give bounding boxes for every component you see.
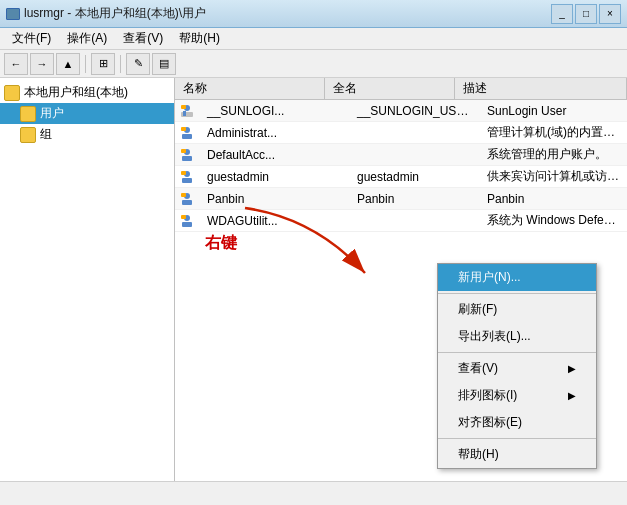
ctx-item-help[interactable]: 帮助(H) [438, 441, 596, 468]
row-5-name: WDAGUtilit... [199, 214, 349, 228]
tree-item-groups[interactable]: 组 [0, 124, 174, 145]
ctx-item-view[interactable]: 查看(V) ▶ [438, 355, 596, 382]
properties-button[interactable]: ✎ [126, 53, 150, 75]
show-hide-button[interactable]: ⊞ [91, 53, 115, 75]
right-click-hint: 右键 [205, 233, 237, 254]
svg-rect-1 [183, 111, 186, 116]
menu-bar: 文件(F) 操作(A) 查看(V) 帮助(H) [0, 28, 627, 50]
list-item[interactable]: Administrat... 管理计算机(域)的内置帐户 [175, 122, 627, 144]
toolbar: ← → ▲ ⊞ ✎ ▤ [0, 50, 627, 78]
app-icon [6, 8, 20, 20]
svg-rect-18 [181, 215, 186, 219]
title-bar: lusrmgr - 本地用户和组(本地)\用户 _ □ × [0, 0, 627, 28]
up-button[interactable]: ▲ [56, 53, 80, 75]
ctx-item-align[interactable]: 对齐图标(E) [438, 409, 596, 436]
menu-action[interactable]: 操作(A) [59, 28, 115, 49]
row-3-desc: 供来宾访问计算机或访问域的内... [479, 168, 627, 185]
title-text: lusrmgr - 本地用户和组(本地)\用户 [24, 5, 551, 22]
ctx-item-export[interactable]: 导出列表(L)... [438, 323, 596, 350]
list-item[interactable]: guestadmin guestadmin 供来宾访问计算机或访问域的内... [175, 166, 627, 188]
ctx-item-arrange[interactable]: 排列图标(I) ▶ [438, 382, 596, 409]
groups-label: 组 [40, 126, 52, 143]
toolbar-separator-2 [120, 55, 121, 73]
minimize-button[interactable]: _ [551, 4, 573, 24]
svg-rect-5 [182, 134, 192, 139]
user-icon-3 [179, 169, 195, 185]
row-0-desc: SunLogin User [479, 104, 627, 118]
users-label: 用户 [40, 105, 64, 122]
col-header-desc[interactable]: 描述 [455, 78, 627, 99]
list-item[interactable]: __SUNLOGI... __SUNLOGIN_USER__ SunLogin … [175, 100, 627, 122]
col-header-name[interactable]: 名称 [175, 78, 325, 99]
row-4-desc: Panbin [479, 192, 627, 206]
row-0-name: __SUNLOGI... [199, 104, 349, 118]
tree-item-users[interactable]: 用户 [0, 103, 174, 124]
groups-icon [20, 127, 36, 143]
row-0-fullname: __SUNLOGIN_USER__ [349, 104, 479, 118]
svg-rect-17 [182, 222, 192, 227]
menu-help[interactable]: 帮助(H) [171, 28, 228, 49]
row-1-name: Administrat... [199, 126, 349, 140]
close-button[interactable]: × [599, 4, 621, 24]
user-icon-0 [179, 103, 195, 119]
right-panel: 名称 全名 描述 __SUNLOGI... __SUNLOGIN_USER__ … [175, 78, 627, 481]
svg-rect-9 [181, 149, 186, 153]
user-icon-2 [179, 147, 195, 163]
maximize-button[interactable]: □ [575, 4, 597, 24]
ctx-separator-3 [438, 438, 596, 439]
user-icon-1 [179, 125, 195, 141]
left-panel: 本地用户和组(本地) 用户 组 [0, 78, 175, 481]
tree-root[interactable]: 本地用户和组(本地) [0, 82, 174, 103]
svg-rect-8 [182, 156, 192, 161]
row-4-name: Panbin [199, 192, 349, 206]
svg-rect-14 [182, 200, 192, 205]
forward-button[interactable]: → [30, 53, 54, 75]
ctx-arrow-view: ▶ [568, 363, 576, 374]
back-button[interactable]: ← [4, 53, 28, 75]
row-5-desc: 系统为 Windows Defender 应用... [479, 212, 627, 229]
root-label: 本地用户和组(本地) [24, 84, 128, 101]
root-icon [4, 85, 20, 101]
status-bar [0, 481, 627, 505]
main-content: 本地用户和组(本地) 用户 组 名称 全名 描述 [0, 78, 627, 481]
title-controls: _ □ × [551, 4, 621, 24]
toolbar-separator-1 [85, 55, 86, 73]
ctx-arrow-arrange: ▶ [568, 390, 576, 401]
col-header-fullname[interactable]: 全名 [325, 78, 455, 99]
menu-view[interactable]: 查看(V) [115, 28, 171, 49]
row-4-fullname: Panbin [349, 192, 479, 206]
svg-rect-12 [181, 171, 186, 175]
user-icon-5 [179, 213, 195, 229]
row-2-name: DefaultAcc... [199, 148, 349, 162]
row-2-desc: 系统管理的用户账户。 [479, 146, 627, 163]
list-item[interactable]: Panbin Panbin Panbin [175, 188, 627, 210]
list-button[interactable]: ▤ [152, 53, 176, 75]
row-1-desc: 管理计算机(域)的内置帐户 [479, 124, 627, 141]
svg-rect-15 [181, 193, 186, 197]
column-headers: 名称 全名 描述 [175, 78, 627, 100]
svg-rect-11 [182, 178, 192, 183]
row-3-name: guestadmin [199, 170, 349, 184]
ctx-separator-1 [438, 293, 596, 294]
svg-rect-0 [181, 112, 193, 117]
row-3-fullname: guestadmin [349, 170, 479, 184]
svg-rect-6 [181, 127, 186, 131]
context-menu: 新用户(N)... 刷新(F) 导出列表(L)... 查看(V) ▶ 排列图标(… [437, 263, 597, 469]
list-item[interactable]: DefaultAcc... 系统管理的用户账户。 [175, 144, 627, 166]
list-item[interactable]: WDAGUtilit... 系统为 Windows Defender 应用... [175, 210, 627, 232]
ctx-separator-2 [438, 352, 596, 353]
ctx-item-new-user[interactable]: 新用户(N)... [438, 264, 596, 291]
ctx-item-refresh[interactable]: 刷新(F) [438, 296, 596, 323]
svg-rect-3 [181, 105, 186, 109]
menu-file[interactable]: 文件(F) [4, 28, 59, 49]
user-icon-4 [179, 191, 195, 207]
users-icon [20, 106, 36, 122]
